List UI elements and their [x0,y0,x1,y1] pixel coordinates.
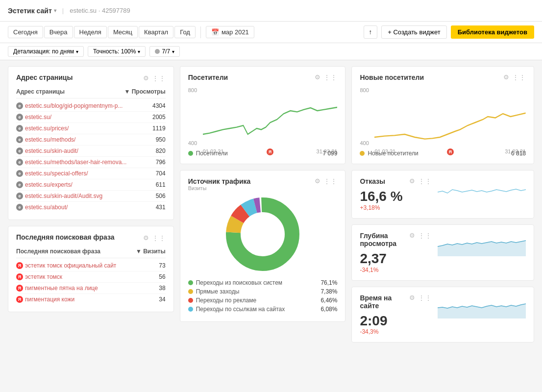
chevron-down-icon: ▾ [76,49,78,54]
grid-icon[interactable]: ⋮⋮ [418,232,432,240]
e-icon: e [16,147,23,154]
gear-icon[interactable]: ⚙ [503,74,509,81]
phrase-link[interactable]: Я эстетик томск [16,273,62,280]
grid-icon[interactable]: ⋮⋮ [512,74,526,81]
page-link[interactable]: e estetic.su/skin-audit/ [16,147,78,154]
traffic-legend: Переходы из поисковых систем 76,1% Прямы… [188,279,338,313]
bounce-rate-sparkline [438,177,526,202]
export-button[interactable]: ↑ [364,25,378,39]
chart-y-labels: 800 400 [188,87,197,146]
col-address-header: Адрес страницы [16,88,65,95]
page-link[interactable]: e estetic.su/methods/ [16,136,75,143]
grid-icon[interactable]: ⋮⋮ [152,74,166,82]
grid-icon[interactable]: ⋮⋮ [418,177,432,185]
svg-point-5 [241,213,284,256]
gear-icon[interactable]: ⚙ [409,177,415,185]
segment-label: 7/7 [162,48,170,55]
create-widget-button[interactable]: + Создать виджет [381,25,446,39]
widget-controls[interactable]: ⚙ ⋮⋮ [143,234,166,242]
page-address-widget: Адрес страницы ⚙ ⋮⋮ Адрес страницы ▼ Про… [8,66,174,220]
widget-controls[interactable]: ⚙ ⋮⋮ [409,177,432,185]
gear-icon[interactable]: ⚙ [143,234,149,242]
widget-controls[interactable]: ⚙ ⋮⋮ [409,232,432,240]
new-visitors-widget: Новые посетители ⚙ ⋮⋮ 800 400 01.03.21 [351,66,534,164]
e-icon: e [16,102,23,109]
site-name-dropdown[interactable]: Эстетик сайт ▾ [8,7,56,15]
period-квартал[interactable]: Квартал [139,26,173,38]
table-row: e estetic.su/methods/laser-hair-remova..… [16,157,166,168]
segment-dropdown[interactable]: 7/7 ▾ [149,46,180,57]
phrase-link[interactable]: Я эстетик томск официальный сайт [16,262,116,269]
traffic-source-title: Источник трафика [188,177,251,185]
page-link[interactable]: e estetic.su/prices/ [16,125,69,132]
middle-column: Новые посетители ⚙ ⋮⋮ 800 400 01.03.21 [351,66,534,343]
widget-controls[interactable]: ⚙ ⋮⋮ [503,74,526,81]
page-link[interactable]: e estetic.su/ [16,114,51,121]
phrase-link[interactable]: Я пигментные пятна на лице [16,285,98,292]
period-вчера[interactable]: Вчера [44,26,73,38]
donut-svg [223,195,302,273]
bounce-rate-value: 16,6 % [360,189,432,204]
last-search-title: Последняя поисковая фраза [16,233,115,241]
table-column-headers: Адрес страницы ▼ Просмотры [16,88,166,98]
svg-marker-6 [438,241,526,256]
main-content: Посетители ⚙ ⋮⋮ 800 400 01.03.21 Я [0,60,542,354]
accuracy-dropdown[interactable]: Точность: 100% ▾ [88,46,146,57]
time-on-site-change: -34,3% [360,328,432,335]
detail-label: Детализация: по дням [13,48,74,55]
yandex-icon: Я [16,285,23,292]
page-address-table: e estetic.su/blog/gid-popigmentnym-p... … [16,100,166,213]
gear-icon[interactable]: ⚙ [315,74,320,81]
widget-library-button[interactable]: Библиотека виджетов [451,25,534,39]
e-icon: e [16,136,23,143]
table-row: e estetic.su/ 2005 [16,112,166,123]
page-link[interactable]: e estetic.su/special-offers/ [16,170,88,177]
create-widget-label: + Создать виджет [388,28,440,36]
grid-icon[interactable]: ⋮⋮ [323,74,337,81]
period-сегодня[interactable]: Сегодня [8,26,43,38]
grid-icon[interactable]: ⋮⋮ [418,294,432,302]
period-неделя[interactable]: Неделя [74,26,107,38]
calendar-button[interactable]: 📅 мар 2021 [206,26,254,38]
detail-dropdown[interactable]: Детализация: по дням ▾ [8,46,84,57]
page-link[interactable]: e estetic.su/methods/laser-hair-remova..… [16,159,126,166]
chart-y-labels: 800 400 [360,87,369,146]
toolbar: СегодняВчераНеделяМесяцКварталГод 📅 мар … [0,22,542,43]
chart-x-labels: 01.03.21 Я 31.03.21 [188,148,338,155]
bounce-rate-title: Отказы [360,177,385,185]
table-row: e estetic.su/blog/gid-popigmentnym-p... … [16,100,166,112]
widget-controls[interactable]: ⚙ ⋮⋮ [143,74,166,82]
top-navigation: Эстетик сайт ▾ | estetic.su · 42597789 [0,0,542,22]
gear-icon[interactable]: ⚙ [409,294,415,302]
chevron-down-icon: ▾ [54,8,56,13]
time-on-site-title: Время на сайте [360,294,409,310]
period-месяц[interactable]: Месяц [108,26,138,38]
gear-icon[interactable]: ⚙ [409,232,415,240]
grid-icon[interactable]: ⋮⋮ [152,234,166,242]
e-icon: e [16,114,23,121]
gear-icon[interactable]: ⚙ [143,74,149,82]
widget-controls[interactable]: ⚙ ⋮⋮ [409,294,432,302]
widget-controls[interactable]: ⚙ ⋮⋮ [315,74,337,81]
table-row: Я эстетик томск 56 [16,271,166,283]
table-row: Я пигментные пятна на лице 38 [16,283,166,294]
view-depth-widget: Глубина просмотра ⚙ ⋮⋮ 2,37 -34,1% [351,224,534,281]
page-link[interactable]: e estetic.su/skin-audit/Audit.svg [16,193,102,199]
traffic-source-widget: Источник трафика Визиты ⚙ ⋮⋮ [180,170,346,322]
view-depth-title: Глубина просмотра [360,232,409,247]
new-visitors-chart: 800 400 01.03.21 Я 31.03.21 [360,87,526,146]
table-row: e estetic.su/special-offers/ 704 [16,168,166,179]
phrase-link[interactable]: Я пигментация кожи [16,296,74,303]
page-link[interactable]: e estetic.su/blog/gid-popigmentnym-p... [16,102,123,109]
period-год[interactable]: Год [174,26,196,38]
grid-icon[interactable]: ⋮⋮ [323,177,337,185]
page-link[interactable]: e estetic.su/about/ [16,204,68,211]
gear-icon[interactable]: ⚙ [315,177,320,185]
page-link[interactable]: e estetic.su/experts/ [16,181,73,188]
table-row: Я пигментация кожи 34 [16,294,166,305]
svg-marker-7 [438,304,526,318]
widget-controls[interactable]: ⚙ ⋮⋮ [315,177,337,185]
page-address-title: Адрес страницы [16,74,73,81]
calendar-icon: 📅 [211,28,219,36]
annotation-pin: Я [267,148,273,155]
